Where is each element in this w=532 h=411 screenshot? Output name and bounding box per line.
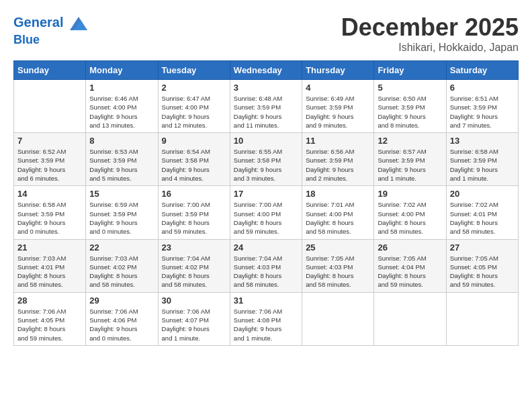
day-number: 18 — [306, 189, 370, 199]
calendar-cell: 18Sunrise: 7:01 AM Sunset: 4:00 PM Dayli… — [302, 186, 374, 239]
day-info: Sunrise: 6:57 AM Sunset: 3:59 PM Dayligh… — [378, 147, 442, 183]
calendar-cell: 30Sunrise: 7:06 AM Sunset: 4:07 PM Dayli… — [158, 292, 230, 345]
day-info: Sunrise: 6:56 AM Sunset: 3:59 PM Dayligh… — [306, 147, 370, 183]
calendar-cell: 4Sunrise: 6:49 AM Sunset: 3:59 PM Daylig… — [302, 80, 374, 133]
calendar-week-row: 1Sunrise: 6:46 AM Sunset: 4:00 PM Daylig… — [14, 80, 519, 133]
calendar-cell: 5Sunrise: 6:50 AM Sunset: 3:59 PM Daylig… — [374, 80, 446, 133]
calendar-cell: 15Sunrise: 6:59 AM Sunset: 3:59 PM Dayli… — [86, 186, 158, 239]
day-number: 23 — [162, 242, 226, 253]
calendar-cell: 14Sunrise: 6:58 AM Sunset: 3:59 PM Dayli… — [14, 186, 86, 239]
calendar-cell: 29Sunrise: 7:06 AM Sunset: 4:06 PM Dayli… — [86, 292, 158, 345]
day-info: Sunrise: 7:05 AM Sunset: 4:05 PM Dayligh… — [450, 254, 515, 289]
day-info: Sunrise: 7:06 AM Sunset: 4:08 PM Dayligh… — [234, 307, 298, 342]
day-number: 15 — [89, 189, 154, 199]
day-number: 31 — [234, 295, 298, 306]
calendar-cell: 8Sunrise: 6:53 AM Sunset: 3:59 PM Daylig… — [86, 133, 158, 186]
day-number: 16 — [162, 189, 226, 199]
calendar-cell: 17Sunrise: 7:00 AM Sunset: 4:00 PM Dayli… — [230, 186, 302, 239]
day-number: 12 — [378, 136, 442, 146]
calendar-cell — [302, 292, 374, 345]
calendar-cell: 7Sunrise: 6:52 AM Sunset: 3:59 PM Daylig… — [14, 133, 86, 186]
logo-text: General — [13, 13, 89, 34]
day-info: Sunrise: 7:04 AM Sunset: 4:02 PM Dayligh… — [162, 254, 226, 289]
calendar-header-row: SundayMondayTuesdayWednesdayThursdayFrid… — [14, 61, 519, 80]
day-info: Sunrise: 7:06 AM Sunset: 4:05 PM Dayligh… — [17, 307, 82, 342]
calendar-cell: 3Sunrise: 6:48 AM Sunset: 3:59 PM Daylig… — [230, 80, 302, 133]
calendar-cell: 31Sunrise: 7:06 AM Sunset: 4:08 PM Dayli… — [230, 292, 302, 345]
calendar-cell — [14, 80, 86, 133]
day-number: 20 — [450, 189, 515, 199]
day-number: 22 — [89, 242, 154, 253]
day-info: Sunrise: 6:59 AM Sunset: 3:59 PM Dayligh… — [89, 200, 154, 236]
day-info: Sunrise: 6:51 AM Sunset: 3:59 PM Dayligh… — [450, 94, 515, 130]
day-of-week-header: Sunday — [14, 61, 86, 80]
day-of-week-header: Saturday — [446, 61, 518, 80]
day-number: 30 — [162, 295, 226, 306]
calendar-body: 1Sunrise: 6:46 AM Sunset: 4:00 PM Daylig… — [14, 80, 519, 346]
calendar-week-row: 21Sunrise: 7:03 AM Sunset: 4:01 PM Dayli… — [14, 239, 519, 292]
day-info: Sunrise: 7:03 AM Sunset: 4:02 PM Dayligh… — [89, 254, 154, 289]
day-info: Sunrise: 7:01 AM Sunset: 4:00 PM Dayligh… — [306, 200, 370, 236]
day-number: 19 — [378, 189, 442, 199]
day-info: Sunrise: 6:48 AM Sunset: 3:59 PM Dayligh… — [234, 94, 298, 130]
day-info: Sunrise: 6:49 AM Sunset: 3:59 PM Dayligh… — [306, 94, 370, 130]
day-number: 14 — [17, 189, 82, 199]
calendar-cell: 16Sunrise: 7:00 AM Sunset: 3:59 PM Dayli… — [158, 186, 230, 239]
calendar-cell: 10Sunrise: 6:55 AM Sunset: 3:58 PM Dayli… — [230, 133, 302, 186]
calendar-cell: 22Sunrise: 7:03 AM Sunset: 4:02 PM Dayli… — [86, 239, 158, 292]
day-info: Sunrise: 7:00 AM Sunset: 4:00 PM Dayligh… — [234, 200, 298, 236]
calendar-cell: 20Sunrise: 7:02 AM Sunset: 4:01 PM Dayli… — [446, 186, 518, 239]
calendar-cell: 27Sunrise: 7:05 AM Sunset: 4:05 PM Dayli… — [446, 239, 518, 292]
day-number: 27 — [450, 242, 515, 253]
calendar-cell: 24Sunrise: 7:04 AM Sunset: 4:03 PM Dayli… — [230, 239, 302, 292]
day-number: 6 — [450, 83, 515, 93]
day-number: 7 — [17, 136, 82, 146]
day-info: Sunrise: 7:00 AM Sunset: 3:59 PM Dayligh… — [162, 200, 226, 236]
day-of-week-header: Tuesday — [158, 61, 230, 80]
day-of-week-header: Thursday — [302, 61, 374, 80]
day-number: 11 — [306, 136, 370, 146]
day-info: Sunrise: 6:50 AM Sunset: 3:59 PM Dayligh… — [378, 94, 442, 130]
day-of-week-header: Wednesday — [230, 61, 302, 80]
day-number: 17 — [234, 189, 298, 199]
day-info: Sunrise: 7:02 AM Sunset: 4:01 PM Dayligh… — [450, 200, 515, 236]
calendar-cell: 11Sunrise: 6:56 AM Sunset: 3:59 PM Dayli… — [302, 133, 374, 186]
day-number: 5 — [378, 83, 442, 93]
calendar-cell: 1Sunrise: 6:46 AM Sunset: 4:00 PM Daylig… — [86, 80, 158, 133]
day-info: Sunrise: 7:04 AM Sunset: 4:03 PM Dayligh… — [234, 254, 298, 289]
day-number: 3 — [234, 83, 298, 93]
day-info: Sunrise: 6:46 AM Sunset: 4:00 PM Dayligh… — [89, 94, 154, 130]
month-title: December 2025 — [341, 13, 519, 42]
calendar-table: SundayMondayTuesdayWednesdayThursdayFrid… — [13, 60, 519, 346]
day-number: 1 — [89, 83, 154, 93]
calendar-cell: 28Sunrise: 7:06 AM Sunset: 4:05 PM Dayli… — [14, 292, 86, 345]
calendar-cell — [374, 292, 446, 345]
day-info: Sunrise: 6:47 AM Sunset: 4:00 PM Dayligh… — [162, 94, 226, 130]
day-number: 26 — [378, 242, 442, 253]
day-info: Sunrise: 6:53 AM Sunset: 3:59 PM Dayligh… — [89, 147, 154, 183]
calendar-cell: 13Sunrise: 6:58 AM Sunset: 3:59 PM Dayli… — [446, 133, 518, 186]
day-of-week-header: Monday — [86, 61, 158, 80]
page-header: General Blue December 2025 Ishikari, Hok… — [13, 13, 519, 54]
day-of-week-header: Friday — [374, 61, 446, 80]
title-block: December 2025 Ishikari, Hokkaido, Japan — [341, 13, 519, 54]
day-number: 21 — [17, 242, 82, 253]
logo: General Blue — [13, 13, 89, 47]
day-number: 13 — [450, 136, 515, 146]
day-info: Sunrise: 7:03 AM Sunset: 4:01 PM Dayligh… — [17, 254, 82, 289]
day-number: 24 — [234, 242, 298, 253]
day-number: 10 — [234, 136, 298, 146]
day-info: Sunrise: 7:06 AM Sunset: 4:07 PM Dayligh… — [162, 307, 226, 342]
calendar-cell: 2Sunrise: 6:47 AM Sunset: 4:00 PM Daylig… — [158, 80, 230, 133]
day-info: Sunrise: 6:58 AM Sunset: 3:59 PM Dayligh… — [17, 200, 82, 236]
day-number: 25 — [306, 242, 370, 253]
day-info: Sunrise: 7:06 AM Sunset: 4:06 PM Dayligh… — [89, 307, 154, 342]
calendar-cell: 19Sunrise: 7:02 AM Sunset: 4:00 PM Dayli… — [374, 186, 446, 239]
day-number: 9 — [162, 136, 226, 146]
calendar-cell: 12Sunrise: 6:57 AM Sunset: 3:59 PM Dayli… — [374, 133, 446, 186]
day-info: Sunrise: 6:58 AM Sunset: 3:59 PM Dayligh… — [450, 147, 515, 183]
calendar-week-row: 28Sunrise: 7:06 AM Sunset: 4:05 PM Dayli… — [14, 292, 519, 345]
logo-blue: Blue — [13, 34, 89, 47]
day-number: 4 — [306, 83, 370, 93]
day-number: 29 — [89, 295, 154, 306]
